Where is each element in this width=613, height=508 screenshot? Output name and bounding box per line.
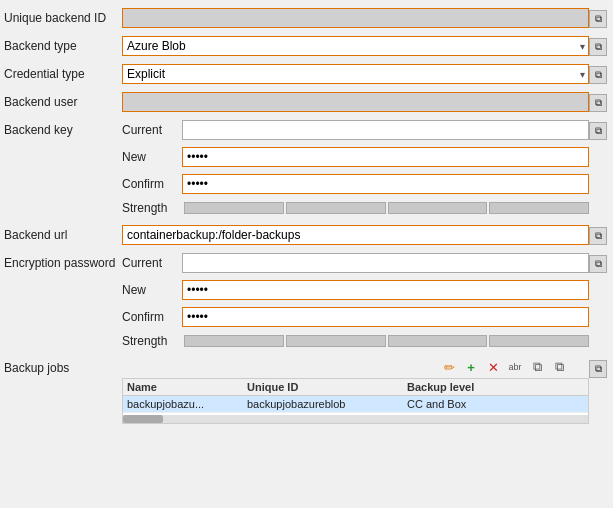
copy-icon-5[interactable]: ⧉ [589, 122, 607, 140]
unique-backend-id-row: Unique backend ID ⧉ [4, 8, 609, 30]
backend-key-new-row: New [122, 147, 589, 167]
form-container: Unique backend ID ⧉ Backend type Azure B… [0, 0, 613, 438]
enc-confirm-label: Confirm [122, 310, 182, 324]
backend-type-select[interactable]: Azure Blob S3 GCS Local [122, 36, 589, 56]
enc-strength-label: Strength [122, 334, 182, 348]
credential-type-copy-btn[interactable]: ⧉ [589, 64, 609, 84]
unique-backend-id-label: Unique backend ID [4, 8, 122, 25]
enc-strength-bar-3 [388, 335, 488, 347]
backend-type-field-wrap: Azure Blob S3 GCS Local ▾ ⧉ [122, 36, 609, 56]
copy-icon-3[interactable]: ⧉ [589, 66, 607, 84]
enc-current-input[interactable] [182, 253, 589, 273]
backend-key-confirm-row: Confirm [122, 174, 589, 194]
row-backuplevel: CC and Box [407, 398, 584, 410]
enc-confirm-input[interactable] [182, 307, 589, 327]
enc-current-label: Current [122, 256, 182, 270]
enc-copy-btn[interactable]: ⧉ [589, 253, 609, 273]
backend-url-label: Backend url [4, 225, 122, 242]
unique-backend-id-field-wrap: ⧉ [122, 8, 609, 28]
backend-key-confirm-input[interactable] [182, 174, 589, 194]
copy-icon[interactable]: ⧉ [589, 10, 607, 28]
backend-key-new-label: New [122, 150, 182, 164]
encryption-password-row: Encryption password Current New Confirm … [4, 253, 609, 352]
backup-jobs-section: ✏ + ✕ abr ⧉ ⧉ Name Unique ID Backup leve… [122, 358, 589, 424]
credential-type-field-wrap: Explicit Implicit ▾ ⧉ [122, 64, 609, 84]
backend-url-row: Backend url ⧉ [4, 225, 609, 247]
copy-icon-7[interactable]: ⧉ [589, 255, 607, 273]
backend-url-field-wrap: ⧉ [122, 225, 609, 245]
backend-key-strength-row: Strength [122, 201, 589, 215]
copy-icon-2[interactable]: ⧉ [589, 38, 607, 56]
enc-strength-bar-4 [489, 335, 589, 347]
unique-backend-id-input[interactable] [122, 8, 589, 28]
backend-key-confirm-label: Confirm [122, 177, 182, 191]
copy-icon-6[interactable]: ⧉ [589, 227, 607, 245]
encryption-password-fields: Current New Confirm Strength [122, 253, 589, 352]
enc-strength-bar-1 [184, 335, 284, 347]
backup-jobs-table: Name Unique ID Backup level backupjobazu… [122, 378, 589, 424]
backend-user-input[interactable] [122, 92, 589, 112]
col-uniqueid-header: Unique ID [247, 381, 407, 393]
table-row[interactable]: backupjobazu... backupjobazureblob CC an… [123, 396, 588, 413]
credential-type-row: Credential type Explicit Implicit ▾ ⧉ [4, 64, 609, 86]
backend-key-field-wrap: Current New Confirm Strength [122, 120, 589, 219]
backend-user-field-wrap: ⧉ [122, 92, 609, 112]
enc-current-row: Current [122, 253, 589, 273]
row-name: backupjobazu... [127, 398, 247, 410]
enc-new-row: New [122, 280, 589, 300]
backend-key-strength-bar-4 [489, 202, 589, 214]
copy-icon-8[interactable]: ⧉ [589, 360, 607, 378]
backup-jobs-table-header: Name Unique ID Backup level [123, 379, 588, 396]
backup-jobs-edit-btn[interactable]: ✏ [439, 358, 459, 376]
backend-key-current-row: Current [122, 120, 589, 140]
col-name-header: Name [127, 381, 247, 393]
col-backuplevel-header: Backup level [407, 381, 584, 393]
backup-jobs-copy1-btn[interactable]: ⧉ [527, 358, 547, 376]
backup-jobs-abc-btn[interactable]: abr [505, 358, 525, 376]
backup-jobs-copy2-btn[interactable]: ⧉ [549, 358, 569, 376]
table-scrollbar[interactable] [123, 415, 588, 423]
backend-key-new-input[interactable] [182, 147, 589, 167]
backup-jobs-row: Backup jobs ✏ + ✕ abr ⧉ ⧉ Name Unique ID… [4, 358, 609, 424]
backend-key-strength-bar-2 [286, 202, 386, 214]
unique-backend-id-copy-btn[interactable]: ⧉ [589, 8, 609, 28]
backend-key-strength-bar-1 [184, 202, 284, 214]
backup-jobs-label: Backup jobs [4, 358, 122, 375]
backup-jobs-delete-btn[interactable]: ✕ [483, 358, 503, 376]
backend-type-copy-btn[interactable]: ⧉ [589, 36, 609, 56]
row-uniqueid: backupjobazureblob [247, 398, 407, 410]
enc-strength-row: Strength [122, 334, 589, 348]
backend-type-select-wrapper: Azure Blob S3 GCS Local ▾ [122, 36, 589, 56]
backend-key-copy-btn[interactable]: ⧉ [589, 120, 609, 140]
copy-icon-4[interactable]: ⧉ [589, 94, 607, 112]
backup-jobs-toolbar: ✏ + ✕ abr ⧉ ⧉ [122, 358, 589, 376]
backend-key-current-input[interactable] [182, 120, 589, 140]
enc-confirm-row: Confirm [122, 307, 589, 327]
credential-type-label: Credential type [4, 64, 122, 81]
scrollbar-thumb[interactable] [123, 415, 163, 423]
backend-type-label: Backend type [4, 36, 122, 53]
enc-new-input[interactable] [182, 280, 589, 300]
enc-new-label: New [122, 283, 182, 297]
encryption-password-label: Encryption password [4, 253, 122, 270]
backend-key-strength-label: Strength [122, 201, 182, 215]
backend-key-current-label: Current [122, 123, 182, 137]
backend-key-row: Backend key Current New Confirm [4, 120, 609, 219]
enc-strength-bar-2 [286, 335, 386, 347]
backend-user-row: Backend user ⧉ [4, 92, 609, 114]
backend-user-copy-btn[interactable]: ⧉ [589, 92, 609, 112]
backup-jobs-copy-btn[interactable]: ⧉ [589, 358, 609, 378]
backup-jobs-add-btn[interactable]: + [461, 358, 481, 376]
backend-key-label: Backend key [4, 120, 122, 137]
backend-key-strength-bar-3 [388, 202, 488, 214]
credential-type-select-wrapper: Explicit Implicit ▾ [122, 64, 589, 84]
backend-user-label: Backend user [4, 92, 122, 109]
backend-url-input[interactable] [122, 225, 589, 245]
credential-type-select[interactable]: Explicit Implicit [122, 64, 589, 84]
backend-url-copy-btn[interactable]: ⧉ [589, 225, 609, 245]
backend-type-row: Backend type Azure Blob S3 GCS Local ▾ ⧉ [4, 36, 609, 58]
